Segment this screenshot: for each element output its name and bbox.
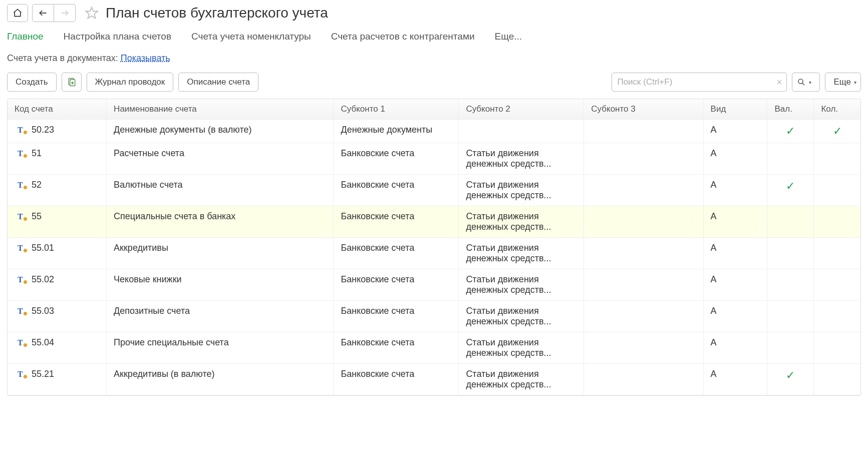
col-header-s1[interactable]: Субконто 1: [334, 99, 459, 120]
doc-accounts-prefix: Счета учета в документах:: [7, 53, 121, 63]
account-name: Денежные документы (в валюте): [114, 125, 251, 135]
account-type: А: [711, 306, 717, 316]
table-row[interactable]: T55.21Аккредитивы (в валюте)Банковские с…: [8, 364, 860, 395]
table-header-row: Код счета Наименование счета Субконто 1 …: [8, 99, 860, 120]
account-type-icon: T: [18, 337, 26, 345]
check-icon: ✓: [786, 369, 795, 381]
account-name: Аккредитивы: [114, 243, 168, 253]
subconto-1: Денежные документы: [341, 125, 432, 135]
doc-accounts-line: Счета учета в документах: Показывать: [7, 53, 861, 64]
table-row[interactable]: T55.04Прочие специальные счетаБанковские…: [8, 332, 860, 364]
account-code: 55.02: [32, 274, 54, 285]
journal-button[interactable]: Журнал проводок: [87, 73, 174, 92]
tab-settings[interactable]: Настройка плана счетов: [64, 31, 171, 42]
search-input[interactable]: [612, 73, 772, 92]
col-header-type[interactable]: Вид: [703, 99, 767, 120]
table-row[interactable]: T55.02Чековые книжкиБанковские счетаСтат…: [8, 269, 860, 301]
subconto-1: Банковские счета: [341, 369, 414, 379]
account-name: Аккредитивы (в валюте): [114, 369, 214, 379]
account-code: 50.23: [32, 125, 54, 135]
col-header-qty[interactable]: Кол.: [814, 99, 860, 120]
subconto-1: Банковские счета: [341, 243, 414, 253]
account-description-button[interactable]: Описание счета: [178, 73, 258, 92]
page-title: План счетов бухгалтерского учета: [106, 5, 328, 21]
account-type-icon: T: [18, 180, 26, 188]
col-header-s3[interactable]: Субконто 3: [584, 99, 703, 120]
account-type: А: [711, 211, 717, 221]
chevron-down-icon: ▾: [809, 80, 811, 85]
chevron-down-icon: ▾: [854, 80, 856, 85]
account-type-icon: T: [18, 243, 26, 251]
subconto-2: Статьи движения денежных средств...: [466, 337, 551, 358]
account-type: А: [711, 369, 717, 379]
account-code: 51: [32, 148, 42, 159]
col-header-s2[interactable]: Субконто 2: [459, 99, 584, 120]
table-row[interactable]: T55.03Депозитные счетаБанковские счетаСт…: [8, 301, 860, 332]
subconto-2: Статьи движения денежных средств...: [466, 211, 551, 232]
back-button[interactable]: [32, 4, 54, 22]
account-name: Прочие специальные счета: [114, 337, 229, 347]
account-type: А: [711, 125, 717, 135]
favorite-star-icon[interactable]: [85, 6, 99, 20]
subconto-1: Банковские счета: [341, 180, 414, 190]
account-type-icon: T: [18, 369, 26, 377]
account-type: А: [711, 243, 717, 253]
account-name: Расчетные счета: [114, 148, 184, 158]
subconto-1: Банковские счета: [341, 148, 414, 158]
copy-button[interactable]: [62, 73, 82, 92]
account-type: А: [711, 274, 717, 284]
subconto-1: Банковские счета: [341, 337, 414, 347]
home-button[interactable]: [7, 4, 28, 22]
clear-search-button[interactable]: [772, 73, 787, 92]
check-icon: ✓: [786, 180, 795, 192]
check-icon: ✓: [833, 125, 842, 137]
account-code: 55: [32, 211, 42, 222]
subconto-2: Статьи движения денежных средств...: [466, 148, 551, 169]
account-code: 52: [32, 180, 42, 190]
account-type-icon: T: [18, 211, 26, 219]
table-row[interactable]: T55.01АккредитивыБанковские счетаСтатьи …: [8, 238, 860, 269]
account-type: А: [711, 180, 717, 190]
subconto-1: Банковские счета: [341, 274, 414, 284]
forward-button[interactable]: [54, 4, 76, 22]
account-name: Депозитные счета: [114, 306, 190, 316]
account-type: А: [711, 337, 717, 347]
subconto-1: Банковские счета: [341, 306, 414, 316]
x-icon: [776, 79, 782, 85]
account-code: 55.21: [32, 369, 54, 379]
table-row[interactable]: T51Расчетные счетаБанковские счетаСтатьи…: [8, 143, 860, 175]
tab-main[interactable]: Главное: [7, 31, 44, 42]
tab-nomencl[interactable]: Счета учета номенклатуры: [191, 31, 311, 42]
subconto-2: Статьи движения денежных средств...: [466, 369, 551, 389]
copy-plus-icon: [67, 77, 77, 87]
tab-more[interactable]: Еще...: [495, 31, 522, 42]
account-type-icon: T: [18, 306, 26, 314]
account-code: 55.04: [32, 337, 54, 348]
tabs: Главное Настройка плана счетов Счета уче…: [7, 31, 861, 42]
tab-counterp[interactable]: Счета расчетов с контрагентами: [331, 31, 475, 42]
col-header-code[interactable]: Код счета: [8, 99, 107, 120]
more-button-label: Еще: [833, 77, 851, 87]
svg-point-3: [798, 79, 803, 84]
svg-marker-0: [86, 7, 97, 18]
account-code: 55.01: [32, 243, 54, 253]
account-code: 55.03: [32, 306, 54, 316]
col-header-val[interactable]: Вал.: [767, 99, 814, 120]
subconto-2: Статьи движения денежных средств...: [466, 180, 551, 200]
create-button[interactable]: Создать: [7, 73, 57, 92]
subconto-2: Статьи движения денежных средств...: [466, 243, 551, 263]
table-row[interactable]: T50.23Денежные документы (в валюте)Денеж…: [8, 120, 860, 143]
account-name: Специальные счета в банках: [114, 211, 235, 221]
account-name: Валютные счета: [114, 180, 182, 190]
more-button[interactable]: Еще ▾: [825, 73, 861, 92]
check-icon: ✓: [786, 125, 795, 137]
account-type-icon: T: [18, 125, 26, 133]
search-icon: [797, 78, 806, 87]
table-row[interactable]: T52Валютные счетаБанковские счетаСтатьи …: [8, 175, 860, 206]
table-row[interactable]: T55Специальные счета в банкахБанковские …: [8, 206, 860, 238]
col-header-name[interactable]: Наименование счета: [107, 99, 334, 120]
doc-accounts-toggle[interactable]: Показывать: [121, 53, 170, 63]
search-options-button[interactable]: ▾: [792, 73, 820, 92]
arrow-right-icon: [59, 8, 70, 18]
account-name: Чековые книжки: [114, 274, 181, 284]
